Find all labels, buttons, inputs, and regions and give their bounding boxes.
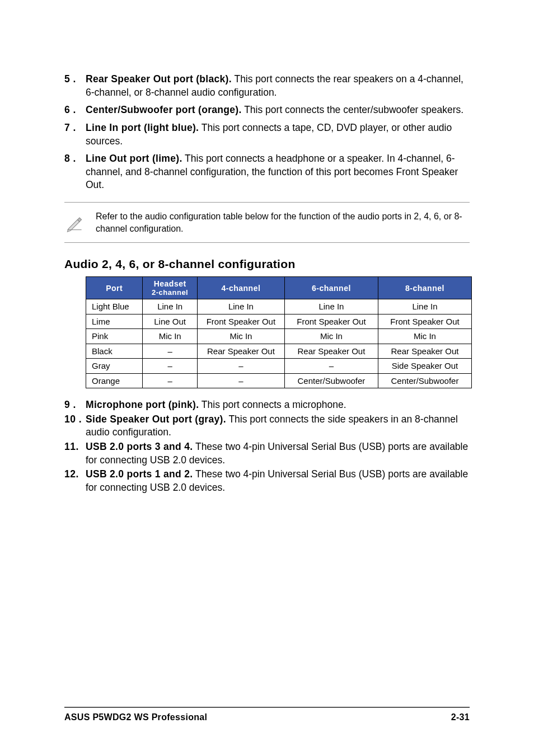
cell-hs: –: [143, 344, 198, 359]
spacer: [64, 388, 470, 398]
item-number: 12.: [64, 468, 86, 494]
item-number: 5 .: [64, 73, 86, 99]
item-title: Center/Subwoofer port (orange).: [86, 104, 242, 115]
cell-6ch: Rear Speaker Out: [284, 344, 378, 359]
table-row: Lime Line Out Front Speaker Out Front Sp…: [86, 314, 472, 329]
header-port: Port: [86, 277, 143, 299]
item-body: Center/Subwoofer port (orange). This por…: [86, 104, 470, 117]
cell-port: Lime: [86, 314, 143, 329]
table-header-row: Port Headset2-channel 4-channel 6-channe…: [86, 277, 472, 299]
item-title: USB 2.0 ports 1 and 2.: [86, 468, 193, 480]
item-title: Side Speaker Out port (gray).: [86, 414, 226, 425]
item-text: This port connects a microphone.: [199, 399, 346, 410]
table-row: Black – Rear Speaker Out Rear Speaker Ou…: [86, 344, 472, 359]
header-headset: Headset2-channel: [143, 277, 198, 299]
item-5: 5 . Rear Speaker Out port (black). This …: [64, 73, 470, 99]
item-title: Microphone port (pink).: [86, 399, 199, 410]
cell-8ch: Mic In: [378, 329, 471, 344]
header-headset-l1: Headset: [154, 279, 186, 288]
cell-8ch: Center/Subwoofer: [378, 373, 471, 388]
table-row: Light Blue Line In Line In Line In Line …: [86, 299, 472, 314]
item-body: Line In port (light blue). This port con…: [86, 121, 470, 148]
item-7: 7 . Line In port (light blue). This port…: [64, 121, 470, 148]
item-6: 6 . Center/Subwoofer port (orange). This…: [64, 104, 470, 117]
cell-4ch: Front Speaker Out: [197, 314, 284, 329]
item-number: 7 .: [64, 121, 86, 148]
item-body: Side Speaker Out port (gray). This port …: [86, 413, 470, 439]
cell-hs: Line Out: [143, 314, 198, 329]
page: 5 . Rear Speaker Out port (black). This …: [0, 0, 534, 756]
item-text: This port connects the center/subwoofer …: [242, 104, 464, 115]
cell-hs: Line In: [143, 299, 198, 314]
header-8ch: 8-channel: [378, 277, 471, 299]
cell-hs: –: [143, 359, 198, 374]
pencil-note-icon: [64, 213, 96, 233]
item-number: 6 .: [64, 104, 86, 117]
item-body: USB 2.0 ports 1 and 2. These two 4-pin U…: [86, 468, 470, 494]
cell-6ch: Line In: [284, 299, 378, 314]
item-title: Line In port (light blue).: [86, 122, 199, 133]
header-headset-l2: 2-channel: [146, 288, 194, 297]
item-body: Line Out port (lime). This port connects…: [86, 152, 470, 192]
cell-4ch: –: [197, 359, 284, 374]
cell-6ch: Mic In: [284, 329, 378, 344]
item-9: 9 . Microphone port (pink). This port co…: [64, 398, 470, 412]
cell-4ch: Mic In: [197, 329, 284, 344]
cell-8ch: Side Speaker Out: [378, 359, 471, 374]
item-8: 8 . Line Out port (lime). This port conn…: [64, 152, 470, 192]
footer-left: ASUS P5WDG2 WS Professional: [64, 712, 207, 722]
footer-right: 2-31: [451, 712, 470, 722]
cell-port: Gray: [86, 359, 143, 374]
item-11: 11. USB 2.0 ports 3 and 4. These two 4-p…: [64, 440, 470, 467]
note-text: Refer to the audio configuration table b…: [96, 210, 470, 234]
cell-4ch: Line In: [197, 299, 284, 314]
item-body: USB 2.0 ports 3 and 4. These two 4-pin U…: [86, 440, 470, 467]
section-title: Audio 2, 4, 6, or 8-channel configuratio…: [64, 257, 470, 271]
item-number: 9 .: [64, 398, 86, 412]
cell-hs: Mic In: [143, 329, 198, 344]
item-number: 11.: [64, 440, 86, 467]
header-4ch: 4-channel: [197, 277, 284, 299]
item-title: USB 2.0 ports 3 and 4.: [86, 441, 193, 452]
cell-4ch: –: [197, 373, 284, 388]
cell-port: Orange: [86, 373, 143, 388]
cell-8ch: Front Speaker Out: [378, 314, 471, 329]
table-row: Orange – – Center/Subwoofer Center/Subwo…: [86, 373, 472, 388]
item-title: Rear Speaker Out port (black).: [86, 73, 232, 84]
port-list-bottom: 9 . Microphone port (pink). This port co…: [64, 398, 470, 494]
port-list-top: 5 . Rear Speaker Out port (black). This …: [64, 73, 470, 192]
note-box: Refer to the audio configuration table b…: [64, 202, 470, 243]
cell-port: Black: [86, 344, 143, 359]
footer: ASUS P5WDG2 WS Professional 2-31: [64, 707, 470, 722]
cell-6ch: –: [284, 359, 378, 374]
cell-8ch: Rear Speaker Out: [378, 344, 471, 359]
item-12: 12. USB 2.0 ports 1 and 2. These two 4-p…: [64, 468, 470, 494]
item-body: Microphone port (pink). This port connec…: [86, 398, 470, 412]
cell-hs: –: [143, 373, 198, 388]
item-number: 10 .: [64, 413, 86, 439]
header-6ch: 6-channel: [284, 277, 378, 299]
content: 5 . Rear Speaker Out port (black). This …: [64, 73, 470, 707]
cell-port: Light Blue: [86, 299, 143, 314]
item-body: Rear Speaker Out port (black). This port…: [86, 73, 470, 99]
table-row: Pink Mic In Mic In Mic In Mic In: [86, 329, 472, 344]
cell-port: Pink: [86, 329, 143, 344]
item-10: 10 . Side Speaker Out port (gray). This …: [64, 413, 470, 439]
cell-8ch: Line In: [378, 299, 471, 314]
cell-6ch: Center/Subwoofer: [284, 373, 378, 388]
item-number: 8 .: [64, 152, 86, 192]
item-title: Line Out port (lime).: [86, 153, 182, 164]
table-row: Gray – – – Side Speaker Out: [86, 359, 472, 374]
audio-config-table: Port Headset2-channel 4-channel 6-channe…: [86, 276, 472, 388]
cell-4ch: Rear Speaker Out: [197, 344, 284, 359]
cell-6ch: Front Speaker Out: [284, 314, 378, 329]
